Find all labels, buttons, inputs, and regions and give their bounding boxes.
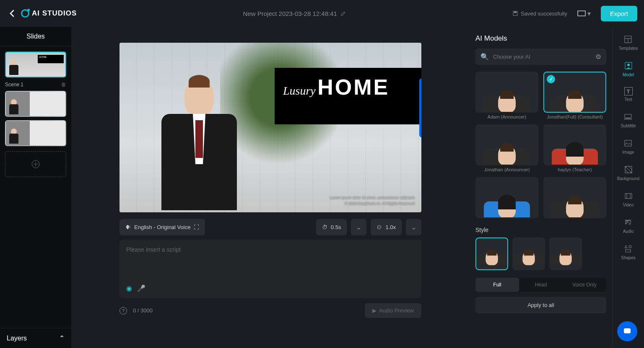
speed-icon: ⏲: [377, 224, 382, 230]
svg-rect-18: [624, 328, 631, 333]
project-title[interactable]: New Project 2023-03-28 12:48:41: [243, 10, 346, 17]
image-icon: [623, 138, 633, 148]
audio-icon: [623, 217, 633, 227]
svg-rect-17: [626, 250, 631, 252]
expand-icon: ⛶: [194, 224, 199, 230]
speed-button[interactable]: ⏲ 1.0x: [371, 219, 402, 235]
help-icon[interactable]: ?: [119, 307, 127, 314]
canvas-lorem: Lorem ipsum dolor sit amet, consectetuer…: [330, 196, 415, 200]
style-tab-full[interactable]: Full: [475, 278, 519, 292]
text-icon: T: [624, 87, 633, 95]
rail-shapes[interactable]: Shapes: [621, 244, 636, 260]
models-search[interactable]: 🔍 ⚙: [475, 49, 606, 65]
slide-thumb-2[interactable]: [5, 91, 66, 117]
subtitle-icon: [623, 112, 633, 122]
canvas-title-box[interactable]: Lusury HOME: [275, 68, 421, 124]
background-icon: [623, 165, 634, 175]
back-button[interactable]: [7, 8, 17, 18]
logo-icon: [21, 9, 29, 18]
save-icon: [512, 10, 518, 16]
rail-audio[interactable]: Audio: [623, 217, 634, 234]
edit-icon: [340, 10, 346, 16]
onboarding-tooltip: Choose your AI Human Select the AI Human…: [419, 78, 421, 137]
canvas-copyright: © 2023 Deepbrain AI. All Rights Reserved: [345, 201, 415, 206]
svg-rect-11: [625, 140, 631, 146]
svg-point-8: [627, 64, 630, 66]
canvas[interactable]: Lusury HOME Lorem ipsum dolor sit amet, …: [119, 43, 421, 212]
model-card-5[interactable]: [475, 177, 538, 218]
model-card-jonathan-full[interactable]: ✓: [543, 72, 606, 113]
scene-label: Scene 1: [5, 82, 23, 88]
style-card-3[interactable]: [549, 237, 582, 270]
char-counter: 0 / 3000: [133, 307, 153, 314]
search-icon: 🔍: [480, 53, 489, 61]
svg-rect-2: [578, 11, 585, 16]
rail-background[interactable]: Background: [617, 165, 639, 181]
style-card-1[interactable]: [475, 237, 508, 270]
model-card-adam[interactable]: [475, 72, 538, 113]
rail-subtitle[interactable]: Subtittle: [621, 112, 636, 128]
svg-rect-1: [514, 11, 517, 13]
svg-rect-9: [625, 114, 631, 119]
rail-model[interactable]: Model: [623, 61, 634, 77]
filter-icon[interactable]: ⚙: [595, 53, 601, 61]
audio-preview-button[interactable]: ▶ Audio Preview: [365, 303, 421, 318]
model-card-haylyn[interactable]: [543, 124, 606, 165]
rail-video[interactable]: Video: [623, 191, 634, 207]
slide-thumb-3[interactable]: [5, 120, 66, 146]
voice-icon: 🗣: [125, 224, 131, 230]
check-icon: ✓: [547, 75, 555, 83]
video-icon: [623, 191, 634, 201]
chevron-up-icon: ⌃: [59, 334, 65, 342]
clock-icon: ⏱: [322, 224, 327, 230]
logo: AI STUDIOS: [21, 9, 77, 18]
layers-toggle[interactable]: Layers ⌃: [0, 328, 71, 348]
language-selector[interactable]: 🗣 English - Original Voice ⛶: [119, 219, 205, 235]
style-card-2[interactable]: [512, 237, 545, 270]
model-icon: [623, 61, 634, 71]
script-ai-icon[interactable]: ◉: [126, 284, 132, 292]
rail-text[interactable]: T Text: [624, 87, 633, 102]
model-card-jonathan[interactable]: [475, 124, 538, 165]
delete-scene-icon[interactable]: 🗑: [61, 82, 66, 88]
svg-point-16: [629, 245, 631, 248]
shapes-icon: [623, 244, 633, 254]
microphone-icon[interactable]: 🎤: [137, 284, 145, 292]
script-input[interactable]: Please insert a script ◉ 🎤: [119, 240, 421, 298]
add-slide-button[interactable]: [5, 151, 66, 177]
style-tab-voice[interactable]: Voice Only: [563, 278, 606, 292]
templates-icon: [623, 34, 633, 44]
style-tab-head[interactable]: Head: [519, 278, 563, 292]
script-placeholder: Please insert a script: [126, 246, 415, 253]
rail-templates[interactable]: Templates: [619, 34, 638, 51]
export-button[interactable]: Export: [601, 6, 637, 21]
chat-icon: [623, 327, 632, 336]
canvas-avatar[interactable]: [153, 78, 245, 212]
logo-text: AI STUDIOS: [32, 9, 77, 18]
apply-all-button[interactable]: Apply to all: [475, 297, 606, 313]
play-icon: ▶: [372, 307, 377, 314]
speed-dropdown[interactable]: ⌄: [406, 219, 421, 235]
rail-image[interactable]: Image: [623, 138, 634, 155]
chat-bubble[interactable]: [617, 321, 637, 341]
style-header: Style: [475, 227, 606, 233]
model-card-6[interactable]: [543, 177, 606, 218]
save-status: Saved successfully: [512, 10, 567, 17]
device-icon: [577, 10, 586, 16]
models-search-input[interactable]: [493, 54, 591, 60]
duration-dropdown[interactable]: ⌄: [351, 219, 366, 235]
svg-rect-13: [625, 193, 632, 198]
models-header: AI Models: [475, 34, 606, 43]
slide-thumb-1[interactable]: HOME: [5, 52, 66, 77]
duration-button[interactable]: ⏱ 0.5s: [316, 219, 347, 235]
svg-rect-10: [626, 118, 631, 119]
device-selector[interactable]: ▾: [574, 8, 594, 19]
slides-header: Slides: [0, 27, 71, 46]
